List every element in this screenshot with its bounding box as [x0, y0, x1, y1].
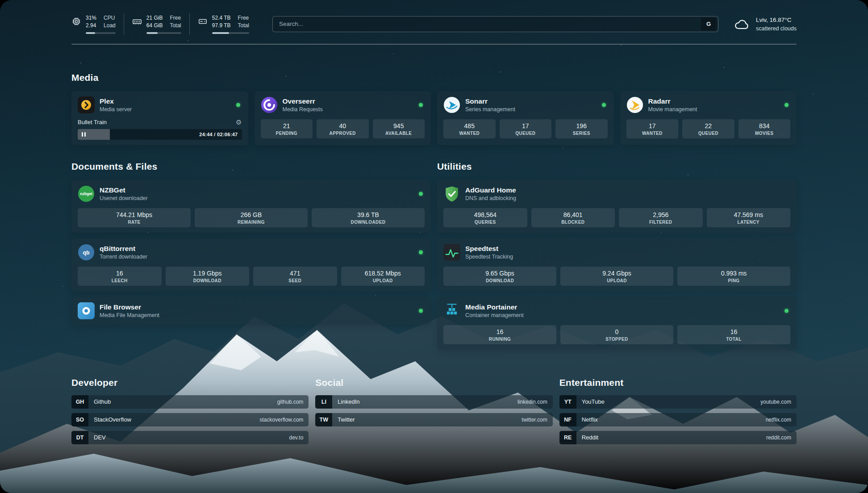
stat-download: 1.19 Gbps DOWNLOAD	[166, 267, 250, 286]
cpu-icon	[71, 17, 81, 26]
dev-abbr-tile: DT	[71, 431, 88, 444]
section-title-developer: Developer	[71, 377, 309, 388]
stat-running: 16 RUNNING	[443, 325, 556, 344]
bookmark-youtube[interactable]: YT YouTube youtube.com	[559, 395, 797, 409]
status-dot	[785, 103, 789, 107]
dashboard-screen: 31% 2.94 CPU Load	[0, 0, 868, 493]
stat-ping: 0.993 ms PING	[677, 267, 790, 286]
documents-column: Documents & Files nzbget NZBGet Usenet d…	[71, 145, 431, 350]
memory-free-value: 21 GiB	[146, 14, 163, 22]
disk-total-value: 97.9 TB	[212, 22, 231, 29]
disk-widget: 52.4 TB 97.9 TB Free Total	[189, 13, 257, 35]
app-card-plex[interactable]: Plex Media server Bullet Train ⚙ 24:44 /…	[71, 91, 248, 145]
app-name: Speedtest	[465, 245, 513, 253]
weather-location: Lviv, 16.87°C	[756, 16, 797, 25]
status-dot	[785, 309, 789, 313]
app-card-portainer[interactable]: Media Portainer Container management 16 …	[437, 297, 797, 350]
stat-upload: 9.24 Gbps UPLOAD	[560, 267, 673, 286]
top-bar: 31% 2.94 CPU Load	[71, 0, 797, 35]
weather-condition: scattered clouds	[756, 25, 797, 33]
status-dot	[419, 103, 423, 107]
bookmark-github[interactable]: GH Github github.com	[71, 395, 309, 409]
app-card-nzbget[interactable]: nzbget NZBGet Usenet downloader 744.21 M…	[71, 180, 431, 233]
memory-icon	[132, 17, 142, 26]
bookmark-linkedin[interactable]: LI LinkedIn linkedin.com	[315, 395, 552, 409]
section-title-utilities: Utilities	[437, 161, 797, 172]
app-name: Sonarr	[465, 97, 515, 105]
stackoverflow-abbr-tile: SO	[71, 413, 88, 426]
stat-queries: 498,564 QUERIES	[443, 208, 527, 227]
radarr-icon	[626, 96, 643, 113]
header-divider	[71, 44, 797, 45]
stat-series: 196 SERIES	[555, 119, 608, 138]
playback-progress-bar[interactable]: 24:44 / 02:06:47	[78, 129, 242, 140]
status-dot	[419, 309, 423, 313]
app-card-filebrowser[interactable]: File Browser Media File Management	[71, 297, 431, 325]
app-card-sonarr[interactable]: Sonarr Series management 485 WANTED 17 Q…	[437, 91, 614, 145]
memory-total-label: Total	[170, 22, 181, 29]
reddit-abbr-tile: RE	[559, 431, 576, 444]
bookmarks-entertainment: Entertainment YT YouTube youtube.com NF …	[559, 350, 797, 444]
stat-blocked: 86,401 BLOCKED	[531, 208, 615, 227]
app-card-speedtest[interactable]: Speedtest Speedtest Tracking 9.65 Gbps D…	[437, 238, 797, 291]
svg-text:qb: qb	[83, 250, 90, 256]
stat-rate: 744.21 Mbps RATE	[78, 208, 191, 227]
bookmark-dev[interactable]: DT DEV dev.to	[71, 431, 309, 444]
status-dot	[419, 250, 423, 254]
section-title-entertainment: Entertainment	[559, 377, 797, 388]
memory-free-label: Free	[170, 14, 181, 22]
bookmark-stackoverflow[interactable]: SO StackOverflow stackoverflow.com	[71, 413, 309, 426]
app-name: Media Portainer	[465, 303, 524, 311]
cpu-load-value: 2.94	[86, 22, 96, 29]
app-name: Radarr	[648, 97, 697, 105]
memory-widget: 21 GiB 64 GiB Free Total	[124, 13, 189, 35]
disk-free-value: 52.4 TB	[212, 14, 231, 22]
adguard-icon	[443, 185, 460, 202]
stat-download: 9.65 Gbps DOWNLOAD	[443, 267, 556, 286]
app-description: Container management	[465, 312, 524, 318]
app-card-adguard[interactable]: AdGuard Home DNS and adblocking 498,564 …	[437, 180, 797, 233]
app-description: Speedtest Tracking	[465, 254, 513, 260]
app-name: Overseerr	[283, 97, 323, 105]
app-name: AdGuard Home	[465, 186, 516, 194]
stat-available: 945 AVAILABLE	[373, 119, 425, 138]
memory-total-value: 64 GiB	[146, 22, 163, 29]
stat-queued: 17 QUEUED	[500, 119, 552, 138]
search-engine-button[interactable]: G	[701, 18, 716, 30]
app-name: File Browser	[100, 303, 159, 311]
app-card-overseerr[interactable]: Overseerr Media Requests 21 PENDING 40 A…	[255, 91, 431, 145]
app-description: Media server	[100, 106, 132, 113]
svg-text:nzbget: nzbget	[80, 192, 92, 196]
disk-icon	[198, 17, 208, 26]
speedtest-icon	[443, 244, 460, 261]
utilities-column: Utilities AdGuard Home DNS and adblockin…	[437, 145, 797, 350]
app-description: DNS and adblocking	[465, 195, 516, 201]
bookmark-twitter[interactable]: TW Twitter twitter.com	[315, 413, 552, 426]
sonarr-icon	[443, 96, 460, 113]
cloud-icon	[734, 17, 751, 31]
bookmarks-developer: Developer GH Github github.com SO StackO…	[71, 350, 309, 444]
bookmark-reddit[interactable]: RE Reddit reddit.com	[559, 431, 797, 444]
cpu-load-label: Load	[104, 22, 116, 29]
gear-icon[interactable]: ⚙	[236, 119, 242, 125]
filebrowser-icon	[78, 302, 95, 319]
system-widgets: 31% 2.94 CPU Load	[71, 13, 257, 35]
cpu-percent: 31%	[86, 14, 96, 22]
app-name: Plex	[100, 97, 132, 105]
status-dot	[602, 103, 606, 107]
nzbget-icon: nzbget	[78, 185, 95, 202]
cpu-label: CPU	[104, 14, 116, 22]
weather-widget: Lviv, 16.87°C scattered clouds	[734, 16, 797, 33]
cpu-usage-bar	[86, 32, 116, 34]
search-input[interactable]	[279, 21, 701, 27]
app-name: NZBGet	[100, 186, 148, 194]
stat-stopped: 0 STOPPED	[560, 325, 673, 344]
disk-usage-bar	[212, 32, 249, 34]
app-description: Media File Management	[100, 312, 159, 318]
bookmark-netflix[interactable]: NF Netflix netflix.com	[559, 413, 797, 426]
pause-icon[interactable]	[82, 132, 86, 137]
app-card-radarr[interactable]: Radarr Movie management 17 WANTED 22 QUE…	[620, 91, 797, 145]
netflix-abbr-tile: NF	[559, 413, 576, 426]
app-card-qbittorrent[interactable]: qb qBittorrent Torrent downloader 16 LEE…	[71, 238, 431, 291]
github-abbr-tile: GH	[71, 395, 88, 409]
